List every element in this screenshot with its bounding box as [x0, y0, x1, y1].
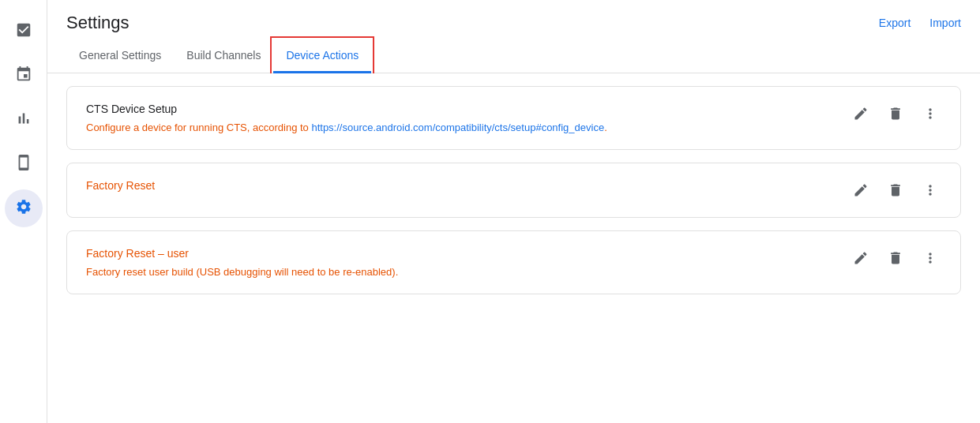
tab-device-actions[interactable]: Device Actions — [273, 39, 371, 73]
edit-icon — [853, 250, 869, 266]
calendar-icon — [15, 66, 32, 87]
delete-icon — [888, 106, 903, 122]
edit-icon — [853, 106, 869, 122]
settings-icon — [15, 198, 32, 219]
factory-reset-user-title: Factory Reset – user — [86, 247, 831, 260]
import-button[interactable]: Import — [929, 17, 961, 29]
cts-delete-button[interactable] — [884, 103, 907, 125]
factory-reset-edit-button[interactable] — [850, 179, 872, 201]
cts-device-setup-controls — [850, 103, 941, 125]
analytics-icon — [15, 110, 32, 131]
more-vert-icon — [922, 250, 938, 266]
sidebar-item-analytics[interactable] — [5, 101, 43, 139]
header-actions: Export Import — [879, 17, 961, 29]
main-content: Settings Export Import General Settings … — [47, 0, 980, 423]
sidebar — [0, 0, 47, 423]
factory-reset-delete-button[interactable] — [884, 179, 907, 201]
action-card-factory-reset: Factory Reset — [66, 163, 961, 218]
factory-reset-content: Factory Reset — [86, 179, 831, 198]
cts-device-setup-title: CTS Device Setup — [86, 103, 831, 115]
action-card-cts-device-setup: CTS Device Setup Configure a device for … — [66, 86, 961, 150]
cts-edit-button[interactable] — [850, 103, 872, 125]
cts-device-setup-content: CTS Device Setup Configure a device for … — [86, 103, 831, 133]
factory-reset-user-more-button[interactable] — [919, 247, 941, 269]
sidebar-item-calendar[interactable] — [5, 57, 43, 95]
tasks-icon — [15, 21, 32, 43]
tabs: General Settings Build Channels Device A… — [47, 39, 980, 73]
edit-icon — [853, 182, 869, 198]
tab-general-settings[interactable]: General Settings — [66, 39, 174, 73]
factory-reset-user-content: Factory Reset – user Factory reset user … — [86, 247, 831, 278]
factory-reset-controls — [850, 179, 941, 201]
tab-build-channels[interactable]: Build Channels — [174, 39, 273, 73]
device-icon — [15, 154, 32, 175]
cts-device-setup-description: Configure a device for running CTS, acco… — [86, 122, 831, 133]
page-title: Settings — [66, 13, 130, 33]
factory-reset-more-button[interactable] — [919, 179, 941, 201]
export-button[interactable]: Export — [879, 17, 911, 29]
factory-reset-title: Factory Reset — [86, 179, 831, 192]
factory-reset-user-description: Factory reset user build (USB debugging … — [86, 266, 831, 278]
factory-reset-user-edit-button[interactable] — [850, 247, 872, 269]
more-vert-icon — [922, 182, 938, 198]
cts-link[interactable]: https://source.android.com/compatibility… — [311, 122, 604, 133]
content-area: CTS Device Setup Configure a device for … — [47, 73, 980, 423]
sidebar-item-settings[interactable] — [5, 189, 43, 227]
header: Settings Export Import — [47, 0, 980, 33]
delete-icon — [888, 250, 903, 266]
cts-more-button[interactable] — [919, 103, 941, 125]
factory-reset-user-controls — [850, 247, 941, 269]
sidebar-item-tasks[interactable] — [5, 13, 43, 51]
delete-icon — [888, 182, 903, 198]
action-card-factory-reset-user: Factory Reset – user Factory reset user … — [66, 230, 961, 294]
more-vert-icon — [922, 106, 938, 122]
factory-reset-user-delete-button[interactable] — [884, 247, 907, 269]
sidebar-item-device[interactable] — [5, 145, 43, 183]
